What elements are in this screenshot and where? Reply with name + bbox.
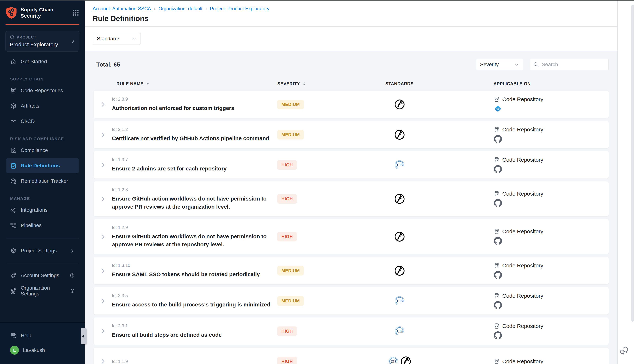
- sidebar-item-account-settings[interactable]: Account Settings: [6, 268, 79, 283]
- rule-id: Id: 1.1.9: [112, 359, 275, 364]
- cube-icon: [10, 103, 17, 109]
- github-icon: [494, 135, 502, 143]
- cis-icon: CIS: [394, 160, 405, 170]
- applicable-on-label: Code Repository: [502, 228, 543, 234]
- sidebar-item-integrations[interactable]: Integrations: [6, 202, 79, 218]
- search-input[interactable]: [542, 62, 605, 68]
- severity-badge: MEDIUM: [277, 266, 304, 276]
- github-icon: [494, 199, 502, 207]
- row-chevron-icon[interactable]: [100, 268, 106, 274]
- row-chevron-icon[interactable]: [100, 196, 106, 202]
- standards-cell: CIS: [334, 356, 465, 364]
- sidebar-item-code-repositories[interactable]: Code Repositories: [6, 83, 79, 98]
- sidebar-collapse-handle[interactable]: [81, 328, 87, 344]
- repo-icon: [493, 190, 500, 197]
- avatar: L: [10, 346, 19, 355]
- accent-divider: [6, 24, 79, 25]
- app-title: Supply Chain Security: [21, 6, 72, 19]
- sidebar-item-label: Rule Definitions: [21, 163, 60, 168]
- infinity-icon: [10, 118, 17, 125]
- repo-icon: [493, 126, 500, 133]
- column-header-rule-name[interactable]: RULE NAME: [117, 81, 275, 86]
- severity-cell: MEDIUM: [275, 130, 334, 140]
- rule-row[interactable]: Id: 2.3.1Ensure all build steps are defi…: [94, 318, 609, 345]
- scrollbar-thumb[interactable]: [631, 4, 634, 322]
- rule-name: Ensure all build steps are defined as co…: [112, 331, 275, 339]
- rule-name: Ensure GitHub action workflows do not ha…: [112, 195, 275, 211]
- breadcrumb-account-link[interactable]: Account: Automation-SSCA: [93, 6, 151, 11]
- user-menu[interactable]: LLavakush: [6, 343, 79, 358]
- applicable-on-label: Code Repository: [502, 96, 543, 102]
- cube-icon: [10, 35, 15, 40]
- row-chevron-icon[interactable]: [100, 101, 106, 108]
- sidebar-item-get-started[interactable]: Get Started: [6, 54, 79, 69]
- column-header-severity[interactable]: SEVERITY: [277, 81, 334, 86]
- breadcrumb-organization-link[interactable]: Organization: default: [159, 6, 202, 11]
- applicable-on-label: Code Repository: [502, 262, 543, 269]
- severity-filter-dropdown[interactable]: Severity: [476, 59, 523, 70]
- repo-icon: [493, 358, 500, 364]
- sidebar-item-project-settings[interactable]: Project Settings: [6, 243, 79, 258]
- sidebar-item-rule-definitions[interactable]: Rule Definitions: [6, 158, 79, 173]
- sidebar-item-help[interactable]: ?Help: [6, 328, 79, 343]
- collapse-arrow-icon: [82, 334, 84, 338]
- row-chevron-icon[interactable]: [100, 234, 106, 240]
- sidebar-item-remediation-tracker[interactable]: Remediation Tracker: [6, 174, 79, 188]
- sidebar-item-pipelines[interactable]: Pipelines: [6, 218, 79, 233]
- severity-filter-label: Severity: [480, 62, 499, 68]
- row-chevron-icon[interactable]: [100, 298, 106, 304]
- standards-filter-dropdown[interactable]: Standards: [93, 32, 141, 45]
- breadcrumb-project-link[interactable]: Project: Product Exploratory: [210, 6, 269, 11]
- sort-caret-down-icon: [146, 82, 150, 86]
- app-root: Supply Chain Security PROJECT Product Ex…: [0, 0, 634, 364]
- sidebar-divider: [6, 238, 79, 238]
- chat-help-icon[interactable]: [619, 346, 629, 356]
- rule-row[interactable]: Id: 1.3.7Ensure 2 admins are set for eac…: [94, 151, 609, 178]
- standards-cell: CIS: [334, 296, 465, 306]
- sidebar-item-organization-settings[interactable]: Organization Settings: [6, 283, 79, 298]
- severity-cell: HIGH: [275, 232, 334, 242]
- app-grid-icon[interactable]: [72, 9, 79, 16]
- sidebar-item-compliance[interactable]: Compliance: [6, 143, 79, 158]
- svg-text:?: ?: [12, 333, 14, 336]
- sidebar-item-ci-cd[interactable]: CI/CD: [6, 114, 79, 129]
- row-chevron-icon[interactable]: [100, 132, 106, 138]
- applicable-on-cell: Code Repository: [465, 293, 609, 309]
- repo-icon: [493, 157, 500, 163]
- row-chevron-icon[interactable]: [100, 328, 106, 334]
- project-selector[interactable]: PROJECT Product Exploratory: [6, 31, 79, 52]
- rule-row[interactable]: Id: 2.1.2Certificate not verified by Git…: [94, 121, 609, 148]
- severity-badge: HIGH: [277, 357, 297, 364]
- rule-row[interactable]: Id: 1.1.9HIGHCISCode Repository: [94, 348, 609, 364]
- sidebar-item-artifacts[interactable]: Artifacts: [6, 98, 79, 114]
- rule-id: Id: 2.3.9: [112, 96, 275, 102]
- help-icon: ?: [10, 332, 17, 339]
- sidebar-item-label: Project Settings: [21, 248, 57, 254]
- rule-row[interactable]: Id: 1.2.9Ensure GitHub action workflows …: [94, 219, 609, 254]
- rule-row[interactable]: Id: 1.3.10Ensure SAML SSO tokens should …: [94, 257, 609, 284]
- rule-id: Id: 1.3.10: [112, 263, 275, 268]
- rule-row[interactable]: Id: 2.3.5Ensure access to the build proc…: [94, 287, 609, 314]
- standards-cell: CIS: [334, 160, 465, 170]
- rule-name-cell: Id: 2.3.9Authorization not enforced for …: [112, 96, 275, 112]
- code-repo-icon: [10, 87, 17, 94]
- rule-id: Id: 2.3.1: [112, 323, 275, 328]
- severity-badge: HIGH: [277, 194, 297, 204]
- cis-icon: CIS: [394, 326, 405, 336]
- standards-cell: [334, 130, 465, 140]
- row-chevron-icon[interactable]: [100, 358, 106, 364]
- applicable-on-label: Code Repository: [502, 157, 543, 163]
- page-scrollbar: [631, 0, 634, 364]
- severity-cell: HIGH: [275, 326, 334, 336]
- rule-row[interactable]: Id: 1.2.8Ensure GitHub action workflows …: [94, 182, 609, 216]
- search-icon: [533, 62, 539, 67]
- applicable-on-cell: Code Repository: [465, 323, 609, 340]
- rule-name-cell: Id: 1.3.10Ensure SAML SSO tokens should …: [112, 263, 275, 278]
- svg-text:CIS: CIS: [391, 360, 396, 364]
- chevron-right-icon: [70, 248, 75, 253]
- row-chevron-icon[interactable]: [100, 162, 106, 168]
- total-count: Total: 65: [96, 61, 120, 68]
- breadcrumb-separator: ›: [154, 6, 156, 12]
- rule-name-cell: Id: 1.2.8Ensure GitHub action workflows …: [112, 187, 275, 211]
- rule-row[interactable]: Id: 2.3.9Authorization not enforced for …: [94, 91, 609, 118]
